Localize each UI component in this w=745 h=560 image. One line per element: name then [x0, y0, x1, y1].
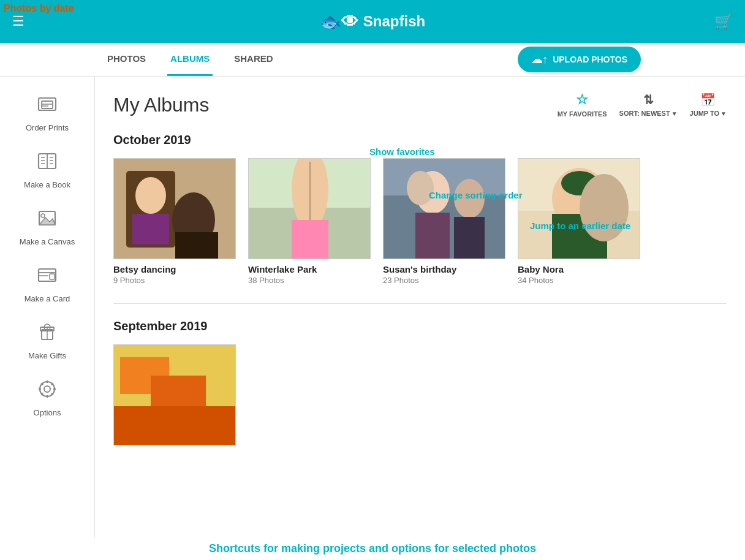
jump-label: JUMP TO ▼ — [690, 110, 727, 117]
svg-point-50 — [407, 171, 434, 205]
logo: 🐟👁 Snapfish — [320, 12, 425, 32]
sidebar-item-make-canvas[interactable]: Make a Canvas — [0, 200, 94, 254]
fish-icon: 🐟👁 — [320, 12, 358, 32]
albums-header: My Albums ☆ MY FAVORITES ⇅ SORT: NEWEST … — [113, 92, 727, 118]
svg-rect-36 — [132, 214, 169, 244]
sidebar-item-options[interactable]: Options — [0, 371, 94, 425]
album-name-betsy: Betsy dancing — [113, 264, 236, 274]
album-thumb-nora — [518, 158, 640, 259]
svg-rect-60 — [114, 406, 236, 445]
main-content: My Albums ☆ MY FAVORITES ⇅ SORT: NEWEST … — [95, 77, 745, 560]
logo-text: Snapfish — [363, 13, 425, 30]
upload-icon: ☁↑ — [531, 53, 548, 66]
album-name-winterlake: Winterlake Park — [248, 264, 371, 274]
sort-label: SORT: NEWEST ▼ — [619, 110, 678, 117]
section-date-october: October 2019 — [113, 133, 727, 147]
svg-rect-1 — [42, 101, 53, 108]
section-october-2019: October 2019 Betsy dancing — [113, 133, 727, 285]
tab-shared[interactable]: SHARED — [231, 43, 276, 76]
svg-rect-47 — [415, 213, 450, 259]
svg-rect-18 — [50, 274, 55, 279]
sidebar-label-make-card: Make a Card — [25, 294, 70, 303]
star-icon: ☆ — [576, 92, 588, 108]
favorites-button[interactable]: ☆ MY FAVORITES — [558, 92, 607, 118]
page-title: My Albums — [113, 94, 209, 116]
album-count-susan: 23 Photos — [383, 276, 505, 285]
album-name-susan: Susan's birthday — [383, 264, 505, 274]
calendar-icon: 📅 — [700, 93, 716, 107]
sidebar-label-order-prints: Order Prints — [26, 123, 69, 132]
canvas-icon — [36, 207, 58, 233]
album-name-nora: Baby Nora — [518, 264, 640, 274]
album-grid-september — [113, 344, 727, 445]
album-thumb-sept-1 — [113, 344, 236, 445]
sidebar-label-make-book: Make a Book — [24, 180, 70, 189]
svg-point-48 — [454, 179, 485, 218]
album-count-betsy: 9 Photos — [113, 276, 236, 285]
jump-to-button[interactable]: 📅 JUMP TO ▼ — [690, 93, 727, 117]
main-layout: Order Prints Make a Book — [0, 77, 745, 560]
svg-rect-38 — [175, 232, 218, 259]
svg-rect-49 — [454, 217, 485, 259]
favorites-label: MY FAVORITES — [558, 110, 607, 118]
sidebar-item-make-book[interactable]: Make a Book — [0, 143, 94, 197]
sidebar-label-options: Options — [34, 408, 61, 417]
tab-albums[interactable]: ALBUMS — [167, 43, 213, 76]
card-icon — [36, 264, 58, 290]
album-item-sept-1[interactable] — [113, 344, 236, 445]
cart-icon[interactable]: 🛒 — [714, 13, 733, 30]
sort-arrow-icon: ▼ — [671, 110, 678, 117]
svg-marker-13 — [39, 218, 55, 225]
section-september-2019: September 2019 — [113, 319, 727, 445]
album-thumb-winterlake — [248, 158, 371, 259]
svg-point-35 — [135, 177, 166, 214]
section-divider — [113, 303, 727, 304]
jump-arrow-icon: ▼ — [720, 110, 727, 117]
bottom-annotation: Shortcuts for making projects and option… — [0, 537, 745, 560]
album-count-winterlake: 38 Photos — [248, 276, 371, 285]
album-item-susan[interactable]: Susan's birthday 23 Photos — [383, 158, 505, 285]
app-header: ☰ 🐟👁 Snapfish 🛒 — [0, 0, 745, 43]
sidebar-item-order-prints[interactable]: Order Prints — [0, 86, 94, 140]
album-item-betsy[interactable]: Betsy dancing 9 Photos — [113, 158, 236, 285]
sidebar-label-make-canvas: Make a Canvas — [20, 237, 75, 246]
sidebar-label-make-gifts: Make Gifts — [28, 351, 66, 360]
album-thumb-betsy — [113, 158, 236, 259]
sidebar-item-make-gifts[interactable]: Make Gifts — [0, 314, 94, 368]
sidebar: Order Prints Make a Book — [0, 77, 95, 560]
album-grid-october: Betsy dancing 9 Photos Winterlake Park — [113, 158, 727, 285]
book-icon — [36, 150, 58, 176]
sort-button[interactable]: ⇅ SORT: NEWEST ▼ — [619, 93, 678, 117]
album-item-nora[interactable]: Baby Nora 34 Photos — [518, 158, 640, 285]
svg-rect-42 — [292, 220, 328, 259]
albums-controls: ☆ MY FAVORITES ⇅ SORT: NEWEST ▼ 📅 JUMP T… — [558, 92, 727, 118]
album-thumb-susan — [383, 158, 505, 259]
upload-button-label: UPLOAD PHOTOS — [553, 55, 627, 64]
options-icon — [36, 378, 58, 404]
tab-photos[interactable]: PHOTOS — [104, 43, 149, 76]
album-item-winterlake[interactable]: Winterlake Park 38 Photos — [248, 158, 371, 285]
prints-icon — [36, 93, 58, 119]
sort-icon: ⇅ — [643, 93, 654, 107]
gifts-icon — [36, 321, 58, 347]
album-count-nora: 34 Photos — [518, 276, 640, 285]
hamburger-icon[interactable]: ☰ — [12, 13, 25, 29]
upload-photos-button[interactable]: ☁↑ UPLOAD PHOTOS — [518, 47, 641, 72]
svg-point-14 — [41, 214, 45, 218]
sidebar-item-make-card[interactable]: Make a Card — [0, 257, 94, 311]
nav-tabs: PHOTOS ALBUMS SHARED ☁↑ UPLOAD PHOTOS — [0, 43, 745, 77]
svg-point-24 — [44, 386, 50, 392]
section-date-september: September 2019 — [113, 319, 727, 333]
svg-point-56 — [580, 174, 629, 241]
